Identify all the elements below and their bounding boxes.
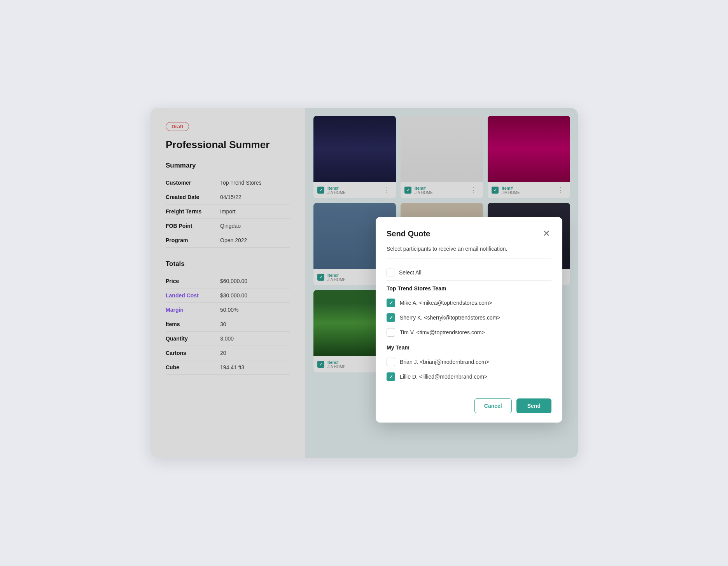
team-name: Top Trend Stores Team [387,285,551,292]
modal-subtitle: Select participants to receive an email … [387,246,551,259]
participant-row: Sherry K. <sherryk@toptrendstores.com> [387,310,551,325]
send-button[interactable]: Send [516,398,551,413]
cancel-button[interactable]: Cancel [474,398,512,413]
modal-header: Send Quote ✕ [387,228,551,239]
select-all-checkbox[interactable] [387,269,394,276]
select-all-row: Select All [387,265,551,281]
participant-checkbox[interactable] [387,313,395,322]
participant-row: Brian J. <brianj@modernbrand.com> [387,355,551,369]
participant-label: Lillie D. <lillied@modernbrand.com> [400,374,487,380]
send-quote-modal: Send Quote ✕ Select participants to rece… [376,217,562,423]
participant-label: Sherry K. <sherryk@toptrendstores.com> [400,314,500,321]
participant-checkbox[interactable] [387,358,395,366]
participant-row: Tim V. <timv@toptrendstores.com> [387,325,551,340]
team-name: My Team [387,344,551,351]
participant-label: Mike A. <mikea@toptrendstores.com> [400,300,492,306]
close-button[interactable]: ✕ [541,228,551,239]
participant-row: Mike A. <mikea@toptrendstores.com> [387,295,551,310]
participant-checkbox[interactable] [387,372,395,381]
team-section: Top Trend Stores TeamMike A. <mikea@topt… [387,285,551,340]
participant-checkbox[interactable] [387,299,395,307]
select-all-label: Select All [399,269,422,276]
participant-checkbox[interactable] [387,328,395,337]
teams-container: Top Trend Stores TeamMike A. <mikea@topt… [387,285,551,384]
team-section: My TeamBrian J. <brianj@modernbrand.com>… [387,344,551,384]
participant-label: Brian J. <brianj@modernbrand.com> [400,359,489,365]
main-container: Draft Professional Summer Summary Custom… [150,108,578,458]
participant-label: Tim V. <timv@toptrendstores.com> [400,329,485,335]
modal-title: Send Quote [387,229,430,238]
modal-footer: Cancel Send [387,392,551,413]
participant-row: Lillie D. <lillied@modernbrand.com> [387,369,551,384]
